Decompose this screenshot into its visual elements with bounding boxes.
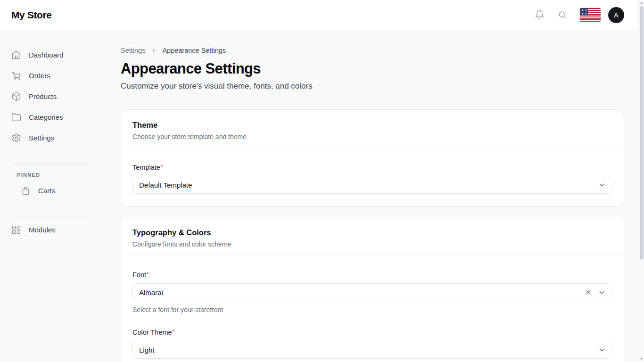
card-title: Theme	[132, 121, 612, 130]
theme-card-body: Template* Default Template	[121, 148, 624, 206]
page-subtitle: Customize your store's visual theme, fon…	[121, 82, 624, 91]
theme-card-header: Theme Choose your store template and the…	[121, 110, 624, 148]
clear-font-button[interactable]	[585, 288, 592, 296]
font-label: Font*	[132, 271, 149, 279]
sidebar-item-label: Carts	[38, 187, 55, 195]
card-title: Typography & Colors	[132, 228, 612, 237]
font-select-value: Almarai	[139, 288, 163, 296]
sidebar-item-modules[interactable]: Modules	[0, 219, 105, 240]
color-theme-label: Color Theme*	[132, 329, 175, 336]
font-field: Font* Almarai	[132, 271, 612, 313]
typography-card-header: Typography & Colors Configure fonts and …	[121, 217, 624, 256]
scrollbar-up-arrow[interactable]	[640, 2, 644, 4]
search-button[interactable]	[556, 9, 568, 21]
sidebar: Dashboard Orders Products Categories Set…	[0, 30, 105, 362]
chevron-down-icon	[598, 288, 606, 296]
search-icon	[558, 10, 567, 19]
bell-icon	[535, 10, 545, 20]
sidebar-item-label: Products	[29, 92, 57, 100]
sidebar-item-settings[interactable]: Settings	[0, 127, 105, 148]
sidebar-item-label: Settings	[29, 134, 54, 142]
sidebar-item-products[interactable]: Products	[0, 86, 105, 107]
language-switcher-button[interactable]	[580, 8, 601, 22]
sidebar-item-dashboard[interactable]: Dashboard	[0, 44, 105, 65]
card-subtitle: Configure fonts and color scheme	[132, 240, 612, 248]
font-select[interactable]: Almarai	[132, 283, 612, 301]
chevron-down-icon	[598, 181, 606, 189]
us-flag-icon	[580, 8, 588, 16]
main-content: Settings Appearance Settings Appearance …	[105, 30, 644, 362]
typography-colors-card: Typography & Colors Configure fonts and …	[121, 217, 624, 362]
x-icon	[585, 288, 592, 296]
chevron-down-icon	[598, 346, 606, 354]
pinned-section-label: PINNED	[17, 172, 105, 178]
font-helper-text: Select a font for your storefront	[132, 306, 612, 313]
header-actions: A	[534, 7, 624, 23]
chevron-right-icon	[150, 47, 157, 54]
color-theme-field: Color Theme* Light	[132, 328, 612, 359]
template-label: Template*	[132, 164, 163, 171]
sidebar-item-categories[interactable]: Categories	[0, 107, 105, 127]
scrollbar[interactable]	[638, 0, 644, 362]
package-icon	[11, 91, 21, 101]
theme-card: Theme Choose your store template and the…	[121, 109, 624, 206]
required-asterisk: *	[161, 163, 163, 170]
color-theme-select[interactable]: Light	[132, 341, 612, 359]
card-subtitle: Choose your store template and theme	[132, 133, 612, 140]
required-asterisk: *	[173, 328, 175, 335]
page-title: Appearance Settings	[121, 60, 624, 77]
sidebar-divider	[11, 163, 90, 164]
sidebar-item-label: Dashboard	[29, 51, 63, 59]
avatar-initial: A	[614, 11, 618, 19]
typography-card-body: Font* Almarai	[121, 256, 624, 362]
shopping-bag-icon	[21, 186, 31, 196]
gear-icon	[11, 133, 21, 143]
shopping-cart-icon	[11, 71, 21, 81]
grid-icon	[11, 225, 21, 235]
sidebar-item-label: Categories	[29, 113, 63, 121]
sidebar-item-orders[interactable]: Orders	[0, 65, 105, 86]
required-asterisk: *	[147, 271, 149, 278]
scrollbar-down-arrow[interactable]	[640, 358, 644, 360]
scrollbar-thumb[interactable]	[640, 6, 644, 260]
sidebar-item-label: Orders	[29, 72, 50, 80]
breadcrumb: Settings Appearance Settings	[121, 47, 624, 54]
brand-title[interactable]: My Store	[11, 9, 52, 21]
home-icon	[11, 50, 21, 60]
sidebar-divider	[11, 216, 90, 216]
template-select[interactable]: Default Template	[132, 176, 612, 194]
sidebar-item-label: Modules	[29, 226, 56, 234]
top-header: My Store A	[0, 0, 644, 30]
folder-icon	[11, 112, 21, 122]
breadcrumb-current: Appearance Settings	[162, 47, 226, 54]
template-field: Template* Default Template	[132, 163, 612, 194]
user-avatar[interactable]: A	[608, 7, 624, 23]
color-theme-select-value: Light	[139, 346, 155, 354]
sidebar-item-carts[interactable]: Carts	[0, 180, 105, 201]
template-select-value: Default Template	[139, 181, 192, 189]
notifications-button[interactable]	[534, 9, 545, 21]
breadcrumb-settings[interactable]: Settings	[121, 47, 145, 54]
